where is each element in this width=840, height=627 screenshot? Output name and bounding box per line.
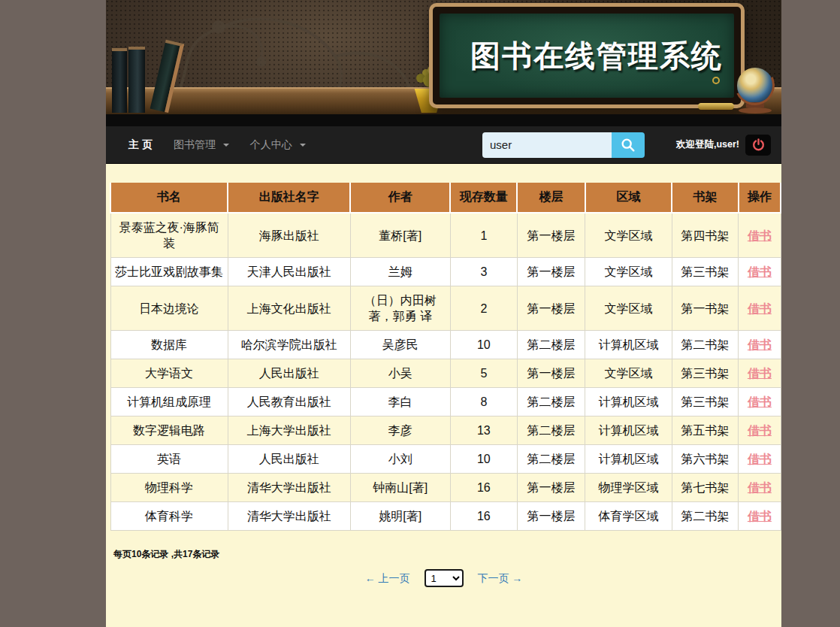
col-header-quantity: 现存数量 <box>450 183 517 213</box>
page: 图书在线管理系统 主 页 图书管理 个人中心 <box>106 0 781 627</box>
borrow-link[interactable]: 借书 <box>748 367 772 380</box>
bell-lip <box>698 103 734 110</box>
action-cell: 借书 <box>739 213 781 258</box>
book-name-cell: 大学语文 <box>110 359 228 388</box>
publisher-cell: 人民教育出版社 <box>228 388 350 416</box>
author-cell: 吴彦民 <box>350 331 450 359</box>
floor-cell: 第一楼层 <box>517 258 585 286</box>
floor-cell: 第一楼层 <box>517 286 585 331</box>
nav-personal-center-label: 个人中心 <box>250 138 292 150</box>
borrow-link[interactable]: 借书 <box>748 338 772 351</box>
publisher-cell: 清华大学出版社 <box>228 474 350 502</box>
pagination: ← 上一页 1 下一页 → <box>106 569 781 587</box>
navbar-right: 欢迎登陆,user! <box>482 132 771 158</box>
table-row: 数据库哈尔滨学院出版社吴彦民10第二楼层计算机区域第二书架借书 <box>110 331 781 359</box>
borrow-link[interactable]: 借书 <box>748 265 772 278</box>
publisher-cell: 清华大学出版社 <box>228 502 350 531</box>
floor-cell: 第一楼层 <box>517 359 585 388</box>
borrow-link[interactable]: 借书 <box>748 395 772 408</box>
floor-cell: 第一楼层 <box>517 502 585 531</box>
shelf-cell: 第五书架 <box>672 416 738 445</box>
col-header-floor: 楼层 <box>517 183 585 213</box>
table-row: 日本边境论上海文化出版社（日）内田树 著，郭勇 译2第一楼层文学区域第一书架借书 <box>110 286 781 331</box>
chalkboard: 图书在线管理系统 <box>429 3 745 108</box>
action-cell: 借书 <box>739 258 781 286</box>
shelf-cell: 第六书架 <box>672 445 738 474</box>
action-cell: 借书 <box>739 502 781 531</box>
quantity-cell: 10 <box>450 331 517 359</box>
chevron-down-icon <box>223 144 229 147</box>
shelf-shadow <box>106 114 781 126</box>
shelf-cell: 第三书架 <box>672 359 738 388</box>
publisher-cell: 上海大学出版社 <box>228 416 350 445</box>
area-cell: 体育学区域 <box>585 502 672 531</box>
globe-decoration <box>734 68 776 114</box>
action-cell: 借书 <box>739 416 781 445</box>
book-decoration <box>112 48 127 113</box>
table-row: 莎士比亚戏剧故事集天津人民出版社兰姆3第一楼层文学区域第三书架借书 <box>110 258 781 286</box>
publisher-cell: 海豚出版社 <box>228 213 350 258</box>
table-row: 计算机组成原理人民教育出版社李白8第二楼层计算机区域第三书架借书 <box>110 388 781 416</box>
shelf-cell: 第一书架 <box>672 286 738 331</box>
book-name-cell: 英语 <box>110 445 228 474</box>
quantity-cell: 16 <box>450 474 517 502</box>
nav-personal-center[interactable]: 个人中心 <box>240 127 316 163</box>
shelf-cell: 第三书架 <box>672 388 738 416</box>
search-button[interactable] <box>612 132 645 158</box>
area-cell: 文学区域 <box>585 359 672 388</box>
book-name-cell: 数据库 <box>110 331 228 359</box>
author-cell: 兰姆 <box>350 258 450 286</box>
book-name-cell: 莎士比亚戏剧故事集 <box>110 258 228 286</box>
nav-home[interactable]: 主 页 <box>118 127 163 163</box>
publisher-cell: 人民出版社 <box>228 359 350 388</box>
col-header-shelf: 书架 <box>672 183 738 213</box>
page-select[interactable]: 1 <box>425 569 464 587</box>
area-cell: 计算机区域 <box>585 388 672 416</box>
area-cell: 文学区域 <box>585 213 672 258</box>
shelf-cell: 第二书架 <box>672 502 738 531</box>
author-cell: 钟南山[著] <box>350 474 450 502</box>
quantity-cell: 3 <box>450 258 517 286</box>
floor-cell: 第二楼层 <box>517 416 585 445</box>
borrow-link[interactable]: 借书 <box>748 453 772 465</box>
borrow-link[interactable]: 借书 <box>748 424 772 437</box>
col-header-book-name: 书名 <box>110 183 228 213</box>
borrow-link[interactable]: 借书 <box>748 510 772 522</box>
book-name-cell: 景泰蓝之夜·海豚简装 <box>110 213 228 258</box>
navbar: 主 页 图书管理 个人中心 欢迎登陆,user! <box>106 126 781 164</box>
area-cell: 计算机区域 <box>585 331 672 359</box>
table-row: 景泰蓝之夜·海豚简装海豚出版社董桥[著]1第一楼层文学区域第四书架借书 <box>110 213 781 258</box>
nav-book-management[interactable]: 图书管理 <box>163 127 240 163</box>
borrow-link[interactable]: 借书 <box>748 229 772 242</box>
borrow-link[interactable]: 借书 <box>748 481 772 494</box>
action-cell: 借书 <box>739 331 781 359</box>
shelf-cell: 第七书架 <box>672 474 738 502</box>
quantity-cell: 16 <box>450 502 517 531</box>
book-name-cell: 物理科学 <box>110 474 228 502</box>
area-cell: 文学区域 <box>585 258 672 286</box>
author-cell: 董桥[著] <box>350 213 450 258</box>
floor-cell: 第二楼层 <box>517 331 585 359</box>
publisher-cell: 人民出版社 <box>228 445 350 474</box>
author-cell: 姚明[著] <box>350 502 450 531</box>
prev-page-link[interactable]: ← 上一页 <box>365 572 410 584</box>
logout-button[interactable] <box>745 135 771 156</box>
action-cell: 借书 <box>739 286 781 331</box>
globe-ring <box>730 60 781 111</box>
table-row: 数字逻辑电路上海大学出版社李彦13第二楼层计算机区域第五书架借书 <box>110 416 781 445</box>
book-name-cell: 体育科学 <box>110 502 228 531</box>
floor-cell: 第一楼层 <box>517 213 585 258</box>
next-page-link[interactable]: 下一页 → <box>477 572 522 584</box>
col-header-author: 作者 <box>350 183 450 213</box>
quantity-cell: 13 <box>450 416 517 445</box>
books-table: 书名 出版社名字 作者 现存数量 楼层 区域 书架 操作 景泰蓝之夜·海豚简装海… <box>110 183 781 531</box>
floor-cell: 第二楼层 <box>517 445 585 474</box>
author-cell: 小刘 <box>350 445 450 474</box>
book-decoration <box>128 47 145 113</box>
borrow-link[interactable]: 借书 <box>748 302 772 315</box>
quantity-cell: 5 <box>450 359 517 388</box>
book-name-cell: 日本边境论 <box>110 286 228 331</box>
search-input[interactable] <box>482 132 612 158</box>
area-cell: 计算机区域 <box>585 416 672 445</box>
shelf-cell: 第二书架 <box>672 331 738 359</box>
